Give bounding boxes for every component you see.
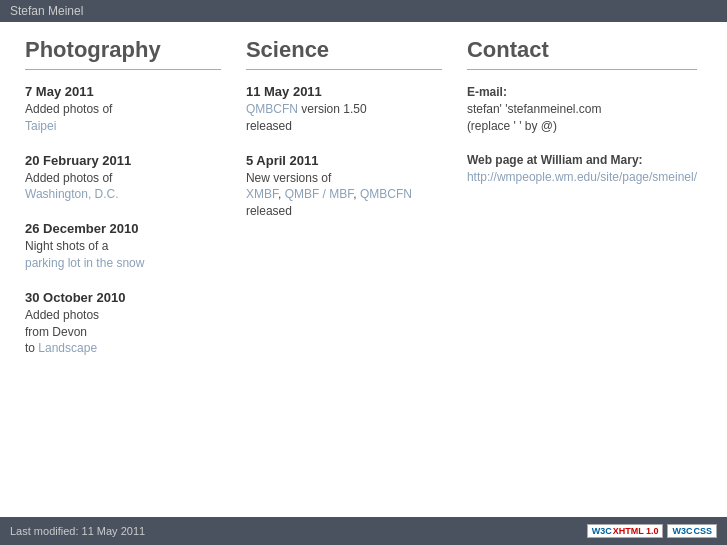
column-photography: Photography 7 May 2011 Added photos of T… — [15, 37, 236, 502]
main-content: Photography 7 May 2011 Added photos of T… — [0, 22, 727, 517]
webpage-link[interactable]: http://wmpeople.wm.edu/site/page/smeinel… — [467, 170, 697, 184]
science-divider — [246, 69, 442, 70]
contact-divider — [467, 69, 697, 70]
news-date: 20 February 2011 — [25, 153, 221, 168]
news-item: 26 December 2010 Night shots of a parkin… — [25, 221, 221, 272]
footer-bar: Last modified: 11 May 2011 W3C XHTML 1.0… — [0, 517, 727, 545]
email-value: stefan' 'stefanmeinel.com — [467, 102, 602, 116]
contact-title: Contact — [467, 37, 697, 63]
news-item: 7 May 2011 Added photos of Taipei — [25, 84, 221, 135]
news-text: Night shots of a parking lot in the snow — [25, 238, 221, 272]
css-badge: W3C CSS — [667, 524, 717, 538]
email-note: (replace ' ' by @) — [467, 119, 557, 133]
photography-divider — [25, 69, 221, 70]
contact-email-item: E-mail: stefan' 'stefanmeinel.com (repla… — [467, 84, 697, 134]
landscape-link[interactable]: Landscape — [38, 341, 97, 355]
email-block: E-mail: stefan' 'stefanmeinel.com (repla… — [467, 84, 697, 134]
xmbf-link[interactable]: XMBF — [246, 187, 278, 201]
news-text: QMBCFN version 1.50released — [246, 101, 442, 135]
news-item: 5 April 2011 New versions of XMBF, QMBF … — [246, 153, 442, 220]
footer-badges: W3C XHTML 1.0 W3C CSS — [587, 524, 717, 538]
qmbcfn-link-1[interactable]: QMBCFN — [246, 102, 298, 116]
xhtml-badge: W3C XHTML 1.0 — [587, 524, 664, 538]
site-title: Stefan Meinel — [10, 4, 83, 18]
header-bar: Stefan Meinel — [0, 0, 727, 22]
webpage-block: Web page at William and Mary: http://wmp… — [467, 152, 697, 186]
taipei-link[interactable]: Taipei — [25, 119, 56, 133]
news-text: New versions of XMBF, QMBF / MBF, QMBCFN… — [246, 170, 442, 220]
photography-title: Photography — [25, 37, 221, 63]
contact-webpage-item: Web page at William and Mary: http://wmp… — [467, 152, 697, 186]
webpage-label: Web page at William and Mary: — [467, 153, 643, 167]
column-contact: Contact E-mail: stefan' 'stefanmeinel.co… — [457, 37, 712, 502]
news-date: 7 May 2011 — [25, 84, 221, 99]
news-date: 30 October 2010 — [25, 290, 221, 305]
column-science: Science 11 May 2011 QMBCFN version 1.50r… — [236, 37, 457, 502]
news-text: Added photos of Washington, D.C. — [25, 170, 221, 204]
qmbf-mbf-link[interactable]: QMBF / MBF — [285, 187, 354, 201]
news-item: 20 February 2011 Added photos of Washing… — [25, 153, 221, 204]
parking-lot-link[interactable]: parking lot in the snow — [25, 256, 144, 270]
news-date: 5 April 2011 — [246, 153, 442, 168]
news-date: 11 May 2011 — [246, 84, 442, 99]
news-date: 26 December 2010 — [25, 221, 221, 236]
news-text: Added photosfrom Devonto Landscape — [25, 307, 221, 357]
news-item: 11 May 2011 QMBCFN version 1.50released — [246, 84, 442, 135]
news-text: Added photos of Taipei — [25, 101, 221, 135]
science-title: Science — [246, 37, 442, 63]
qmbcfn-link-2[interactable]: QMBCFN — [360, 187, 412, 201]
email-label: E-mail: — [467, 85, 507, 99]
washington-link[interactable]: Washington, D.C. — [25, 187, 119, 201]
news-item: 30 October 2010 Added photosfrom Devonto… — [25, 290, 221, 357]
last-modified: Last modified: 11 May 2011 — [10, 525, 145, 537]
